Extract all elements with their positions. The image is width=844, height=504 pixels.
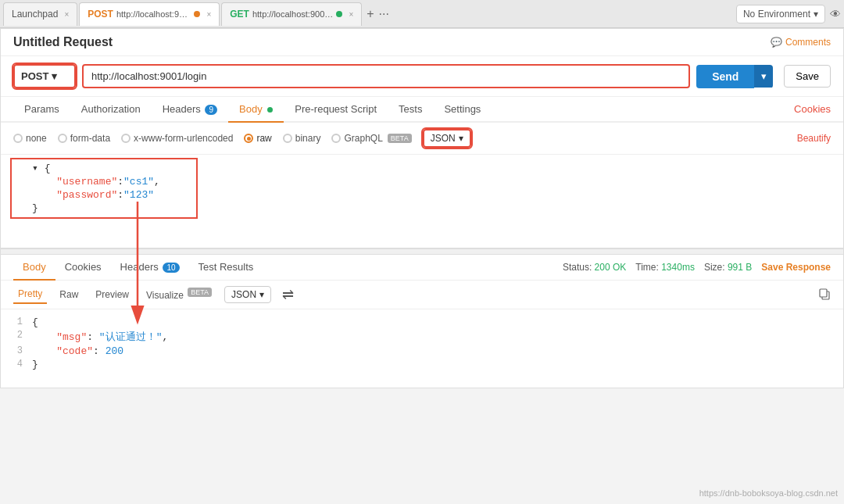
radio-none (13, 134, 23, 143)
time-label: Time: (635, 262, 659, 273)
tab-method-post: POST (88, 9, 113, 20)
resp-tab-test-results-label: Test Results (198, 261, 254, 273)
body-form-data-label: form-data (70, 133, 110, 144)
svg-rect-3 (820, 289, 827, 297)
method-selector[interactable]: POST ▾ (13, 64, 76, 88)
time-value: 1340ms (661, 262, 695, 273)
response-status: Status: 200 OK (563, 262, 626, 273)
send-button[interactable]: Send (696, 65, 754, 88)
body-type-none[interactable]: none (13, 133, 47, 144)
tab-headers-label: Headers (163, 103, 201, 115)
tab-close-get-icon[interactable]: × (349, 10, 353, 19)
json-label: JSON (431, 133, 456, 144)
tab-body-label: Body (239, 103, 263, 115)
resp-wrap-button[interactable]: ⇌ (282, 286, 294, 303)
send-dropdown-button[interactable]: ▾ (754, 65, 773, 88)
env-dropdown[interactable]: No Environment ▾ (736, 5, 825, 23)
tab-headers[interactable]: Headers 9 (152, 97, 228, 123)
visualize-beta-badge: BETA (188, 288, 212, 297)
resp-linenum-1: 1 (1, 316, 32, 327)
resp-format-label: JSON (231, 289, 256, 300)
resp-view-pretty[interactable]: Pretty (13, 285, 47, 304)
tab-close-post-icon[interactable]: × (206, 10, 211, 19)
tab-close-icon[interactable]: × (64, 10, 69, 19)
size-label: Size: (704, 262, 725, 273)
response-toolbar: Pretty Raw Preview Visualize BETA JSON ▾… (1, 281, 843, 309)
resp-linenum-4: 4 (1, 359, 32, 370)
add-tab-button[interactable]: + (367, 7, 374, 21)
resp-view-visualize[interactable]: Visualize BETA (141, 285, 216, 304)
resp-format-chevron-icon: ▾ (259, 289, 264, 300)
body-active-dot (267, 107, 273, 113)
resp-view-preview[interactable]: Preview (91, 286, 134, 303)
resp-copy-button[interactable] (818, 288, 831, 302)
body-urlencoded-label: x-www-form-urlencoded (134, 133, 233, 144)
body-binary-label: binary (295, 133, 321, 144)
resp-tab-cookies[interactable]: Cookies (55, 255, 111, 281)
tab-launchpad[interactable]: Launchpad × (3, 2, 77, 26)
resp-tab-test-results[interactable]: Test Results (189, 255, 263, 281)
resp-tab-body-label: Body (23, 261, 46, 273)
resp-tab-body[interactable]: Body (13, 255, 55, 281)
tab-settings[interactable]: Settings (433, 97, 492, 123)
tab-authorization-label: Authorization (81, 103, 141, 115)
line-content-3: "password":"123" (32, 189, 843, 201)
resp-linenum-3: 3 (1, 345, 32, 356)
watermark: https://dnb-boboksoya-blog.csdn.net (699, 488, 838, 498)
resp-tab-headers[interactable]: Headers 10 (111, 255, 189, 281)
more-tabs-button[interactable]: ··· (379, 7, 389, 21)
resp-content-1: { (32, 316, 843, 328)
save-button[interactable]: Save (784, 65, 831, 88)
radio-graphql (331, 134, 341, 143)
tab-get-user[interactable]: GET http://localhost:9001/use... × (221, 2, 362, 26)
status-value: 200 OK (595, 262, 627, 273)
tab-settings-label: Settings (444, 103, 481, 115)
tab-prerequest[interactable]: Pre-request Script (284, 97, 388, 123)
tab-post-login[interactable]: POST http://localhost:9001/lo... × (79, 2, 220, 26)
main-content: Untitled Request 💬 Comments POST ▾ http:… (0, 28, 844, 388)
tab-tests[interactable]: Tests (388, 97, 433, 123)
tab-tests-label: Tests (399, 103, 422, 115)
comments-button[interactable]: 💬 Comments (771, 37, 831, 48)
json-chevron-icon: ▾ (459, 133, 463, 144)
beautify-button[interactable]: Beautify (797, 133, 831, 144)
tab-body[interactable]: Body (228, 97, 284, 123)
tab-dot-post (194, 11, 200, 17)
resp-content-3: "code": 200 (32, 345, 843, 357)
tab-authorization[interactable]: Authorization (70, 97, 152, 123)
comments-label: Comments (785, 37, 831, 48)
save-response-button[interactable]: Save Response (761, 262, 831, 273)
env-eye-button[interactable]: 👁 (830, 8, 841, 20)
url-input[interactable]: http://localhost:9001/login (82, 64, 690, 88)
resp-linenum-2: 2 (1, 330, 32, 341)
cookies-link[interactable]: Cookies (794, 103, 831, 115)
response-size: Size: 991 B (704, 262, 752, 273)
code-line-4: } (1, 202, 843, 215)
body-type-binary[interactable]: binary (283, 133, 321, 144)
code-editor[interactable]: ▾ { "username":"cs1", "password":"123" } (1, 155, 843, 248)
body-type-graphql[interactable]: GraphQL BETA (331, 133, 411, 144)
response-tabs-bar: Body Cookies Headers 10 Test Results Sta… (1, 255, 843, 281)
resp-line-1: 1 { (1, 316, 843, 329)
code-line-1: ▾ { (1, 161, 843, 175)
body-type-urlencoded[interactable]: x-www-form-urlencoded (121, 133, 233, 144)
response-meta: Status: 200 OK Time: 1340ms Size: 991 B … (563, 262, 831, 273)
tab-params[interactable]: Params (13, 97, 70, 123)
body-type-form-data[interactable]: form-data (58, 133, 110, 144)
body-type-raw[interactable]: raw (244, 133, 271, 144)
response-format-selector[interactable]: JSON ▾ (224, 286, 271, 303)
tab-prerequest-label: Pre-request Script (295, 103, 377, 115)
method-text: POST (21, 70, 48, 82)
response-section: Body Cookies Headers 10 Test Results Sta… (1, 255, 843, 388)
tab-actions: + ··· (367, 7, 389, 21)
resp-view-raw[interactable]: Raw (55, 286, 83, 303)
json-selector[interactable]: JSON ▾ (423, 129, 471, 148)
url-bar: POST ▾ http://localhost:9001/login Send … (1, 56, 843, 97)
tab-method-get: GET (230, 9, 249, 20)
response-time: Time: 1340ms (635, 262, 695, 273)
line-content-2: "username":"cs1", (32, 176, 843, 188)
line-content-1: ▾ { (32, 162, 843, 174)
radio-urlencoded (121, 134, 131, 143)
comments-icon: 💬 (771, 37, 782, 48)
resp-tab-headers-label: Headers (120, 261, 159, 273)
